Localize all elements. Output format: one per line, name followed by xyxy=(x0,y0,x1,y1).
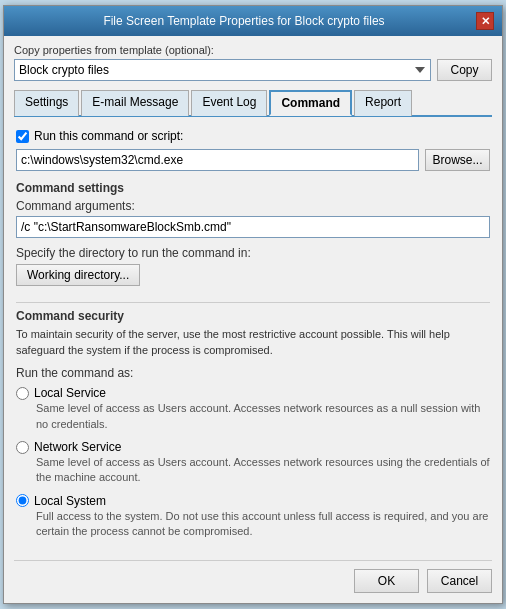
bottom-buttons: OK Cancel xyxy=(14,560,492,593)
args-label: Command arguments: xyxy=(16,199,490,213)
radio-item-local-system: Local System Full access to the system. … xyxy=(16,494,490,540)
tab-email[interactable]: E-mail Message xyxy=(81,90,189,116)
copy-row: Block crypto files Copy xyxy=(14,59,492,81)
radio-desc-local-service: Same level of access as Users account. A… xyxy=(36,401,490,432)
copy-button[interactable]: Copy xyxy=(437,59,492,81)
radio-label-network-service[interactable]: Network Service xyxy=(34,440,121,454)
dir-label: Specify the directory to run the command… xyxy=(16,246,490,260)
working-dir-button[interactable]: Working directory... xyxy=(16,264,140,286)
divider xyxy=(16,302,490,303)
close-button[interactable]: ✕ xyxy=(476,12,494,30)
run-checkbox-label[interactable]: Run this command or script: xyxy=(34,129,183,143)
radio-desc-network-service: Same level of access as Users account. A… xyxy=(36,455,490,486)
copy-label: Copy properties from template (optional)… xyxy=(14,44,492,56)
radio-local-system[interactable] xyxy=(16,494,29,507)
radio-group: Local Service Same level of access as Us… xyxy=(16,386,490,543)
radio-desc-local-system: Full access to the system. Do not use th… xyxy=(36,509,490,540)
command-tab-content: Run this command or script: Browse... Co… xyxy=(14,125,492,547)
run-as-label: Run the command as: xyxy=(16,366,490,380)
radio-label-local-service[interactable]: Local Service xyxy=(34,386,106,400)
ok-button[interactable]: OK xyxy=(354,569,419,593)
radio-local-service[interactable] xyxy=(16,387,29,400)
browse-button[interactable]: Browse... xyxy=(425,149,490,171)
radio-row-local-service: Local Service xyxy=(16,386,490,400)
radio-row-local-system: Local System xyxy=(16,494,490,508)
radio-label-local-system[interactable]: Local System xyxy=(34,494,106,508)
window-title: File Screen Template Properties for Bloc… xyxy=(12,14,476,28)
tab-eventlog[interactable]: Event Log xyxy=(191,90,267,116)
run-checkbox-row: Run this command or script: xyxy=(16,129,490,143)
security-title: Command security xyxy=(16,309,490,323)
settings-title: Command settings xyxy=(16,181,490,195)
copy-section: Copy properties from template (optional)… xyxy=(14,44,492,81)
run-checkbox[interactable] xyxy=(16,130,29,143)
radio-network-service[interactable] xyxy=(16,441,29,454)
args-input[interactable] xyxy=(16,216,490,238)
tab-command[interactable]: Command xyxy=(269,90,352,116)
dialog-body: Copy properties from template (optional)… xyxy=(4,36,502,602)
radio-item-local-service: Local Service Same level of access as Us… xyxy=(16,386,490,432)
cancel-button[interactable]: Cancel xyxy=(427,569,492,593)
command-input[interactable] xyxy=(16,149,419,171)
dialog-window: File Screen Template Properties for Bloc… xyxy=(3,5,503,603)
title-bar: File Screen Template Properties for Bloc… xyxy=(4,6,502,36)
tab-report[interactable]: Report xyxy=(354,90,412,116)
tab-settings[interactable]: Settings xyxy=(14,90,79,116)
template-dropdown[interactable]: Block crypto files xyxy=(14,59,431,81)
security-desc: To maintain security of the server, use … xyxy=(16,327,490,358)
radio-item-network-service: Network Service Same level of access as … xyxy=(16,440,490,486)
radio-row-network-service: Network Service xyxy=(16,440,490,454)
tabs-bar: Settings E-mail Message Event Log Comman… xyxy=(14,89,492,117)
command-row: Browse... xyxy=(16,149,490,171)
